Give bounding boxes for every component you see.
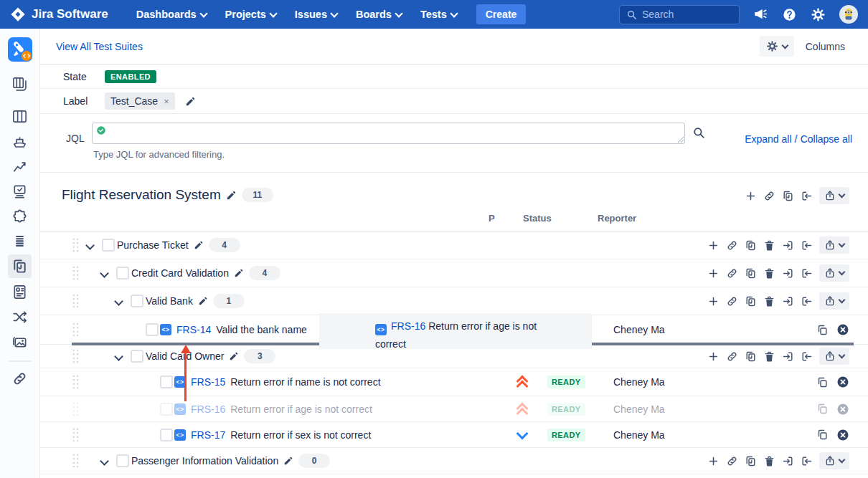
edit-pencil-icon[interactable] — [234, 268, 244, 278]
add-icon[interactable] — [707, 239, 720, 252]
table-settings-button[interactable] — [760, 36, 794, 57]
drag-handle-icon[interactable] — [72, 293, 80, 309]
drag-handle-icon[interactable] — [72, 265, 80, 281]
import-icon[interactable] — [801, 455, 813, 467]
help-icon[interactable] — [782, 7, 797, 22]
add-icon[interactable] — [707, 350, 720, 363]
add-icon[interactable] — [707, 295, 720, 307]
import-icon[interactable] — [801, 350, 813, 363]
columns-button[interactable]: Columns — [806, 41, 845, 52]
export-icon[interactable] — [782, 350, 794, 363]
row-checkbox[interactable] — [102, 239, 115, 252]
issue-key-link[interactable]: FRS-17 — [191, 429, 225, 441]
copy-icon[interactable] — [816, 324, 829, 336]
link-icon[interactable] — [763, 190, 775, 202]
export-icon[interactable] — [782, 455, 794, 467]
trash-icon[interactable] — [763, 455, 775, 467]
drag-handle-icon[interactable] — [72, 401, 80, 417]
trash-icon[interactable] — [763, 295, 775, 307]
link-icon[interactable] — [726, 455, 738, 467]
nav-item-tests[interactable]: Tests — [420, 9, 457, 20]
add-icon[interactable] — [745, 190, 757, 202]
nav-item-dashboards[interactable]: Dashboards — [136, 9, 207, 20]
add-icon[interactable] — [707, 267, 720, 279]
sidebar-item-queue[interactable] — [12, 234, 27, 249]
trash-icon[interactable] — [763, 350, 775, 363]
sidebar-item-test-sessions[interactable] — [11, 183, 28, 200]
remove-x-circle-icon[interactable] — [836, 376, 849, 388]
trash-icon[interactable] — [763, 267, 775, 279]
collapse-all-link[interactable]: Collapse all — [801, 133, 852, 145]
row-checkbox[interactable] — [146, 323, 159, 336]
remove-x-circle-icon[interactable] — [836, 429, 849, 441]
import-icon[interactable] — [801, 267, 813, 279]
copy-icon[interactable] — [816, 403, 829, 415]
row-checkbox[interactable] — [131, 295, 143, 307]
sidebar-item-reports[interactable] — [11, 158, 28, 175]
drag-handle-icon[interactable] — [72, 374, 80, 390]
sidebar-item-releases[interactable] — [11, 133, 28, 150]
nav-item-issues[interactable]: Issues — [295, 9, 337, 20]
drag-handle-icon[interactable] — [72, 427, 80, 443]
import-icon[interactable] — [801, 190, 813, 202]
expand-chevron-icon[interactable] — [115, 350, 122, 363]
export-icon[interactable] — [782, 267, 794, 279]
user-avatar[interactable] — [839, 5, 858, 24]
remove-x-circle-icon[interactable] — [836, 403, 849, 416]
export-menu-button[interactable] — [819, 348, 849, 365]
edit-pencil-icon[interactable] — [229, 351, 239, 361]
import-icon[interactable] — [801, 295, 813, 307]
export-menu-button[interactable] — [819, 292, 849, 310]
drag-handle-icon[interactable] — [72, 348, 80, 364]
jql-input[interactable] — [92, 123, 685, 144]
row-checkbox[interactable] — [116, 454, 129, 467]
textarea-resize-grip[interactable] — [678, 137, 684, 143]
export-menu-button[interactable] — [819, 236, 849, 254]
pages-icon[interactable] — [745, 350, 757, 363]
sidebar-item-test-suites-selected[interactable] — [8, 254, 32, 278]
link-icon[interactable] — [726, 239, 738, 252]
sidebar-item-links[interactable] — [11, 371, 28, 387]
row-checkbox[interactable] — [160, 376, 173, 388]
copy-icon[interactable] — [816, 429, 829, 441]
link-icon[interactable] — [726, 267, 738, 279]
view-all-test-suites-link[interactable]: View All Test Suites — [56, 41, 143, 52]
issue-key-link[interactable]: FRS-16 — [191, 403, 225, 415]
project-avatar[interactable] — [8, 37, 32, 62]
link-icon[interactable] — [726, 295, 738, 307]
edit-pencil-icon[interactable] — [283, 456, 293, 466]
export-icon[interactable] — [782, 295, 794, 307]
row-checkbox[interactable] — [131, 350, 143, 363]
expand-chevron-icon[interactable] — [101, 454, 108, 467]
pages-icon[interactable] — [745, 267, 757, 279]
edit-suite-pencil-icon[interactable] — [226, 190, 237, 201]
drag-handle-icon[interactable] — [72, 237, 80, 253]
jira-logo-brand[interactable]: Jira Software — [10, 6, 108, 22]
expand-all-link[interactable]: Expand all — [745, 133, 791, 145]
pages-icon[interactable] — [745, 295, 757, 307]
create-button[interactable]: Create — [476, 4, 527, 24]
sidebar-item-backlog[interactable] — [11, 76, 28, 92]
sidebar-item-test-report[interactable] — [11, 284, 28, 300]
sidebar-item-media[interactable] — [11, 334, 28, 350]
row-checkbox[interactable] — [160, 429, 173, 441]
export-icon[interactable] — [782, 239, 794, 252]
expand-chevron-icon[interactable] — [115, 295, 122, 307]
remove-x-circle-icon[interactable] — [836, 323, 849, 336]
pages-icon[interactable] — [782, 190, 794, 202]
row-checkbox[interactable] — [116, 267, 129, 279]
pages-icon[interactable] — [745, 455, 757, 467]
sidebar-item-addons[interactable] — [11, 209, 28, 225]
sidebar-item-shuffle[interactable] — [11, 309, 28, 325]
export-menu-button[interactable] — [819, 264, 849, 282]
search-input[interactable]: Search — [619, 5, 740, 24]
drag-handle-icon[interactable] — [72, 322, 80, 338]
edit-pencil-icon[interactable] — [198, 296, 208, 306]
settings-gear-icon[interactable] — [811, 7, 826, 22]
link-icon[interactable] — [726, 350, 738, 363]
copy-icon[interactable] — [816, 376, 829, 388]
edit-label-pencil-icon[interactable] — [185, 96, 196, 107]
nav-item-projects[interactable]: Projects — [225, 9, 276, 20]
expand-chevron-icon[interactable] — [87, 239, 93, 252]
issue-key-link[interactable]: FRS-14 — [176, 324, 211, 335]
